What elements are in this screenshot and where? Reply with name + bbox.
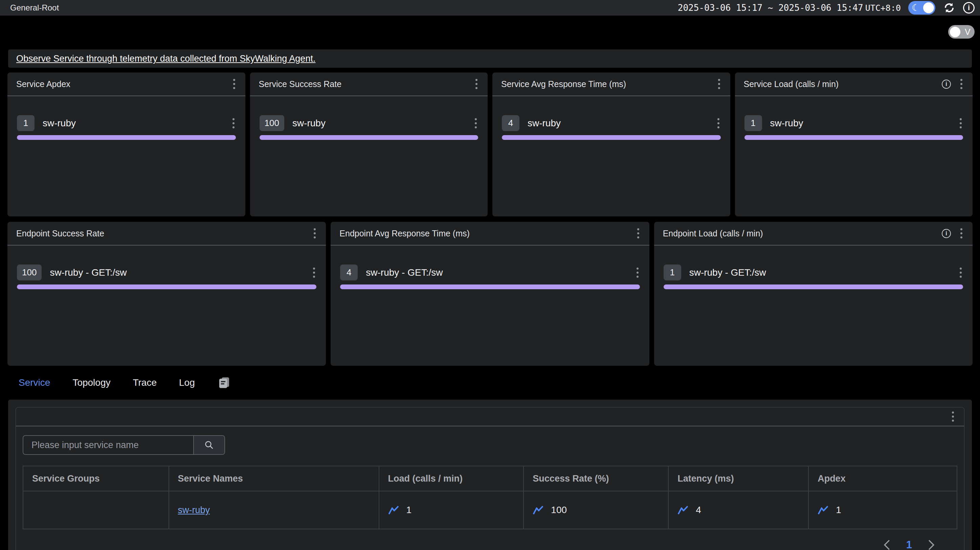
metric-label: sw-ruby - GET:/sw	[50, 267, 127, 278]
metric-row: 4sw-ruby - GET:/sw	[340, 265, 640, 281]
metric-card: Service Apdex1sw-ruby	[8, 72, 245, 217]
card-header: Endpoint Load (calls / min)i	[654, 222, 972, 246]
card-header: Endpoint Avg Response Time (ms)	[331, 222, 649, 246]
service-search-group	[23, 435, 225, 455]
metric-cell: 100	[533, 505, 659, 515]
line-chart-icon	[678, 505, 688, 515]
card-kebab-menu-icon[interactable]	[636, 227, 641, 240]
time-range-text: 2025-03-06 15:17 ~ 2025-03-06 15:47	[678, 3, 863, 13]
endpoint-cards-row: Endpoint Success Rate100sw-ruby - GET:/s…	[8, 222, 972, 366]
dashboard-toolbar: V	[0, 16, 980, 48]
table-row: sw-ruby110041	[23, 491, 957, 529]
cell-service-group	[23, 491, 169, 529]
metric-row: 1sw-ruby	[17, 115, 236, 131]
column-header: Service Groups	[23, 466, 169, 491]
time-range[interactable]: 2025-03-06 15:17 ~ 2025-03-06 15:47UTC+8…	[678, 3, 901, 13]
line-chart-icon	[533, 505, 544, 515]
cell-service-name: sw-ruby	[169, 491, 379, 529]
dashboard-page: General-Root 2025-03-06 15:17 ~ 2025-03-…	[0, 0, 980, 550]
metric-bar	[17, 135, 236, 140]
view-mode-label: V	[965, 27, 970, 37]
tab-topology[interactable]: Topology	[72, 377, 110, 388]
metric-card: Service Success Rate100sw-ruby	[250, 72, 488, 217]
toggle-knob	[950, 27, 960, 37]
description-banner: Observe Service through telemetry data c…	[8, 49, 972, 68]
view-edit-toggle[interactable]: V	[948, 25, 975, 38]
metric-bar	[340, 284, 640, 289]
metric-kebab-menu-icon[interactable]	[716, 117, 721, 130]
column-header: Latency (ms)	[668, 466, 808, 491]
card-icons	[232, 78, 237, 91]
metric-row: 1sw-ruby	[745, 115, 963, 131]
line-chart-icon	[818, 505, 829, 515]
metric-label: sw-ruby	[293, 118, 326, 129]
card-kebab-menu-icon[interactable]	[474, 78, 479, 91]
info-icon[interactable]: i	[942, 80, 951, 89]
card-kebab-menu-icon[interactable]	[959, 78, 964, 91]
card-title: Service Load (calls / min)	[744, 79, 839, 89]
card-kebab-menu-icon[interactable]	[717, 78, 721, 91]
metric-row: 100sw-ruby	[259, 115, 479, 131]
card-kebab-menu-icon[interactable]	[232, 78, 237, 91]
timezone-text: UTC+8:0	[865, 3, 901, 13]
metric-kebab-menu-icon[interactable]	[312, 266, 317, 279]
tab-log[interactable]: Log	[179, 377, 195, 388]
card-header: Service Success Rate	[250, 72, 488, 96]
card-kebab-menu-icon[interactable]	[312, 227, 317, 240]
dark-mode-toggle[interactable]: ☾	[908, 1, 935, 14]
metric-bar	[502, 135, 721, 140]
metric-label: sw-ruby	[43, 118, 76, 129]
tabs-bar: ServiceTopologyTraceLog	[0, 366, 980, 400]
cell-success-rate: 100	[523, 491, 668, 529]
chevron-left-icon[interactable]	[883, 539, 891, 550]
card-body: 4sw-ruby - GET:/sw	[331, 246, 649, 289]
service-list-widget: Service GroupsService NamesLoad (calls /…	[16, 407, 964, 550]
column-header: Apdex	[808, 466, 957, 491]
search-button[interactable]	[193, 436, 224, 454]
card-title: Service Success Rate	[259, 79, 342, 89]
card-icons: i	[942, 78, 964, 91]
metric-cell: 4	[678, 505, 799, 515]
info-icon[interactable]: i	[963, 2, 975, 14]
metric-card: Service Avg Response Time (ms)4sw-ruby	[492, 72, 730, 217]
info-icon[interactable]: i	[942, 229, 951, 238]
service-search-input[interactable]	[23, 436, 193, 454]
cell-latency: 4	[668, 491, 808, 529]
page-number[interactable]: 1	[906, 539, 912, 550]
metric-label: sw-ruby	[770, 118, 803, 129]
metric-kebab-menu-icon[interactable]	[635, 266, 640, 279]
refresh-icon[interactable]	[943, 2, 956, 14]
card-body: 1sw-ruby	[735, 96, 973, 140]
metric-value: 4	[696, 505, 701, 515]
metric-label: sw-ruby - GET:/sw	[689, 267, 766, 278]
document-icon[interactable]	[217, 376, 231, 389]
metric-kebab-menu-icon[interactable]	[231, 117, 236, 130]
card-header: Endpoint Success Rate	[8, 222, 326, 246]
card-body: 100sw-ruby	[250, 96, 488, 140]
tab-trace[interactable]: Trace	[133, 377, 157, 388]
metric-value-badge: 4	[502, 115, 519, 131]
metric-bar	[17, 284, 317, 289]
page-title: General-Root	[10, 3, 59, 13]
service-link[interactable]: sw-ruby	[178, 505, 210, 515]
metric-kebab-menu-icon[interactable]	[958, 266, 963, 279]
metric-bar	[259, 135, 479, 140]
column-header: Service Names	[169, 466, 379, 491]
card-title: Endpoint Success Rate	[16, 229, 104, 238]
metric-kebab-menu-icon[interactable]	[958, 117, 963, 130]
metric-label: sw-ruby - GET:/sw	[366, 267, 442, 278]
service-cards-row: Service Apdex1sw-rubyService Success Rat…	[8, 72, 972, 217]
widget-body: Service GroupsService NamesLoad (calls /…	[16, 426, 964, 550]
chevron-right-icon[interactable]	[927, 539, 935, 550]
card-icons	[717, 78, 721, 91]
tab-service[interactable]: Service	[19, 377, 50, 388]
metric-card: Endpoint Avg Response Time (ms)4sw-ruby …	[331, 222, 649, 366]
metric-card: Service Load (calls / min)i1sw-ruby	[735, 72, 973, 217]
service-table: Service GroupsService NamesLoad (calls /…	[23, 466, 957, 529]
banner-text: Observe Service through telemetry data c…	[16, 54, 315, 64]
kebab-menu-icon[interactable]	[951, 410, 955, 423]
card-icons	[312, 227, 317, 240]
metric-value-badge: 4	[340, 265, 358, 281]
metric-kebab-menu-icon[interactable]	[473, 117, 478, 130]
card-kebab-menu-icon[interactable]	[959, 227, 964, 240]
